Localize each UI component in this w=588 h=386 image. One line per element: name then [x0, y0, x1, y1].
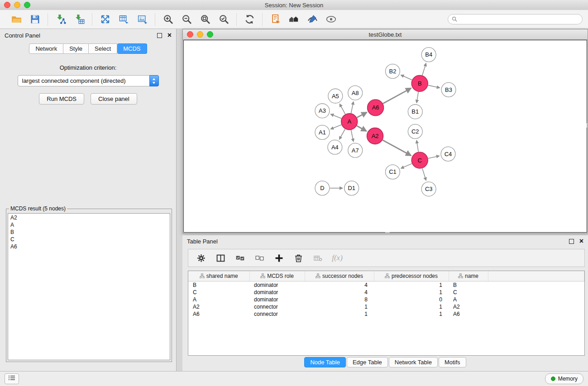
graph-edge-A2-C[interactable] [382, 140, 411, 156]
table-cell[interactable]: A [188, 296, 249, 303]
new-network-from-table-button[interactable] [118, 14, 129, 25]
table-cell[interactable]: connector [249, 303, 305, 310]
select-all-checkboxes-button[interactable] [234, 253, 245, 263]
graph-edge-A-A8[interactable] [351, 102, 354, 114]
column-header[interactable]: name [449, 271, 488, 281]
tab-edge-table[interactable]: Edge Table [347, 357, 388, 367]
graph-edge-B-B2[interactable] [401, 75, 412, 80]
table-row[interactable]: Bdominator41B [188, 281, 584, 289]
table-cell[interactable]: 1 [305, 310, 374, 318]
open-folder-button[interactable] [10, 14, 22, 25]
search-input[interactable] [459, 16, 578, 23]
tab-network[interactable]: Network [29, 43, 63, 54]
tab-style[interactable]: Style [63, 43, 89, 54]
zoom-window-button[interactable] [24, 2, 30, 8]
table-float-panel-icon[interactable] [569, 239, 574, 244]
network-minimize-button[interactable] [197, 31, 203, 38]
zoom-in-button[interactable] [162, 14, 174, 25]
close-panel-icon[interactable]: × [167, 32, 172, 39]
tab-network-table[interactable]: Network Table [389, 357, 438, 367]
import-table-file-button[interactable] [73, 14, 85, 25]
graph-edge-A-A1[interactable] [330, 125, 341, 129]
run-mcds-button[interactable]: Run MCDS [39, 93, 84, 105]
export-image-button[interactable] [136, 14, 148, 25]
graph-edge-B-B4[interactable] [422, 63, 426, 76]
dropdown-stepper-icon[interactable] [149, 75, 159, 86]
table-row[interactable]: A2connector11A2 [188, 303, 584, 310]
function-builder-button[interactable]: f(x) [332, 253, 343, 263]
graph-edge-C-C4[interactable] [428, 156, 440, 159]
table-cell[interactable]: 1 [374, 281, 449, 289]
search-box[interactable] [448, 14, 583, 24]
table-close-panel-icon[interactable]: × [579, 238, 583, 245]
result-item[interactable]: A6 [10, 243, 167, 250]
table-cell[interactable]: dominator [249, 281, 305, 289]
zoom-fit-button[interactable] [199, 14, 211, 25]
table-cell[interactable]: 4 [305, 281, 374, 289]
graph-edge-A-A2[interactable] [357, 126, 366, 131]
table-cell[interactable]: A6 [449, 310, 488, 318]
new-network-button[interactable] [99, 14, 111, 25]
tab-motifs[interactable]: Motifs [439, 357, 466, 367]
graph-edge-B-B3[interactable] [428, 85, 440, 88]
table-row[interactable]: Adominator80A [188, 296, 584, 303]
table-cell[interactable]: 1 [305, 303, 374, 310]
table-cell[interactable]: 8 [305, 296, 374, 303]
graph-edge-A-A7[interactable] [351, 130, 354, 142]
table-cell[interactable]: C [449, 289, 488, 296]
network-canvas[interactable]: B4B2BB3A5A8A6B1A3AC2A1A2A4A7C4CC1C3DD1 [183, 40, 587, 233]
column-header[interactable]: predecessor nodes [374, 271, 449, 281]
table-cell[interactable]: A2 [449, 303, 488, 310]
add-column-button[interactable] [273, 253, 284, 263]
optimization-criterion-select[interactable]: largest connected component (directed) [18, 75, 159, 86]
table-cell[interactable]: 0 [374, 296, 449, 303]
table-row[interactable]: Cdominator41C [188, 289, 584, 296]
float-panel-icon[interactable] [157, 33, 162, 38]
delete-table-button[interactable] [312, 253, 323, 263]
table-cell[interactable]: A6 [188, 310, 249, 318]
graph-edge-A-A6[interactable] [357, 112, 367, 118]
table-row[interactable]: A6connector11A6 [188, 310, 584, 318]
settings-gear-button[interactable] [196, 253, 206, 263]
column-header[interactable]: MCDS role [249, 271, 305, 281]
zoom-selected-button[interactable] [218, 14, 229, 25]
graph-edge-A-A5[interactable] [339, 104, 345, 114]
graph-edge-A6-B[interactable] [383, 88, 411, 104]
graph-edge-C-C3[interactable] [422, 168, 426, 181]
memory-button[interactable]: Memory [545, 373, 583, 384]
import-network-file-button[interactable] [55, 14, 67, 25]
table-cell[interactable]: B [188, 281, 249, 289]
network-horizontal-scrollbar[interactable] [385, 232, 390, 234]
table-cell[interactable]: 1 [374, 303, 449, 310]
table-cell[interactable]: A2 [188, 303, 249, 310]
table-cell[interactable]: A [449, 296, 488, 303]
table-cell[interactable]: 1 [374, 289, 449, 296]
network-close-button[interactable] [187, 31, 193, 38]
graph-edge-C-C1[interactable] [401, 164, 412, 168]
graph-edge-B-B1[interactable] [416, 92, 418, 103]
deselect-all-checkboxes-button[interactable] [254, 253, 265, 263]
table-cell[interactable]: B [449, 281, 488, 289]
graph-edge-A-A3[interactable] [330, 114, 341, 118]
table-cell[interactable]: dominator [249, 289, 305, 296]
table-cell[interactable]: C [188, 289, 249, 296]
network-zoom-button[interactable] [207, 31, 213, 38]
task-history-button[interactable] [5, 373, 19, 384]
snapshot-button[interactable] [269, 14, 281, 25]
tab-node-table[interactable]: Node Table [304, 357, 346, 367]
close-window-button[interactable] [4, 2, 10, 8]
table-cell[interactable]: 1 [374, 310, 449, 318]
table-cell[interactable]: dominator [249, 296, 305, 303]
annotation-mode-button[interactable] [306, 14, 318, 25]
minimize-window-button[interactable] [14, 2, 20, 8]
result-item[interactable]: B [10, 229, 167, 236]
column-header[interactable]: shared name [188, 271, 249, 281]
graph-edge-C-C2[interactable] [416, 140, 418, 152]
table-cell[interactable]: connector [249, 310, 305, 318]
result-item[interactable]: A [10, 221, 167, 229]
tab-mcds[interactable]: MCDS [117, 43, 147, 54]
graph-edge-A-A4[interactable] [339, 129, 345, 139]
mcds-result-list[interactable]: A2ABCA6 [8, 213, 170, 360]
refresh-layout-button[interactable] [244, 14, 255, 25]
column-header[interactable]: successor nodes [305, 271, 374, 281]
